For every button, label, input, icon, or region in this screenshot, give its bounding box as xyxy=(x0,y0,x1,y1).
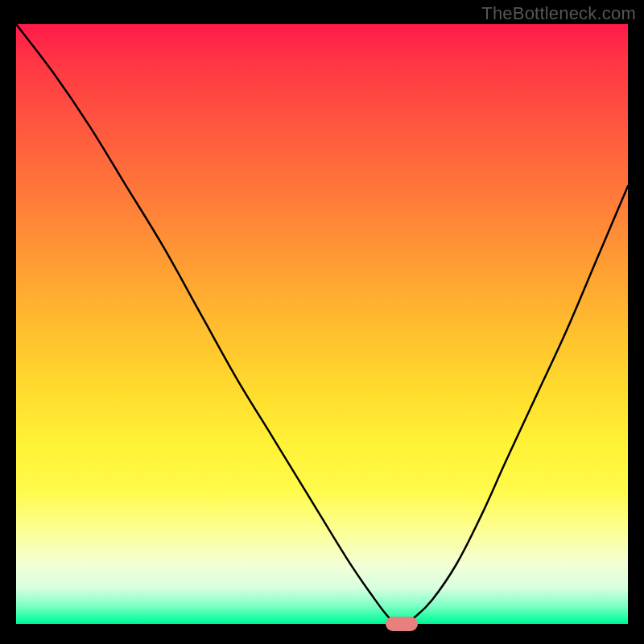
chart-container: TheBottleneck.com xyxy=(0,0,644,644)
bottleneck-curve xyxy=(16,24,628,624)
watermark-text: TheBottleneck.com xyxy=(481,3,636,24)
optimal-marker xyxy=(386,617,418,631)
plot-area xyxy=(16,24,628,624)
